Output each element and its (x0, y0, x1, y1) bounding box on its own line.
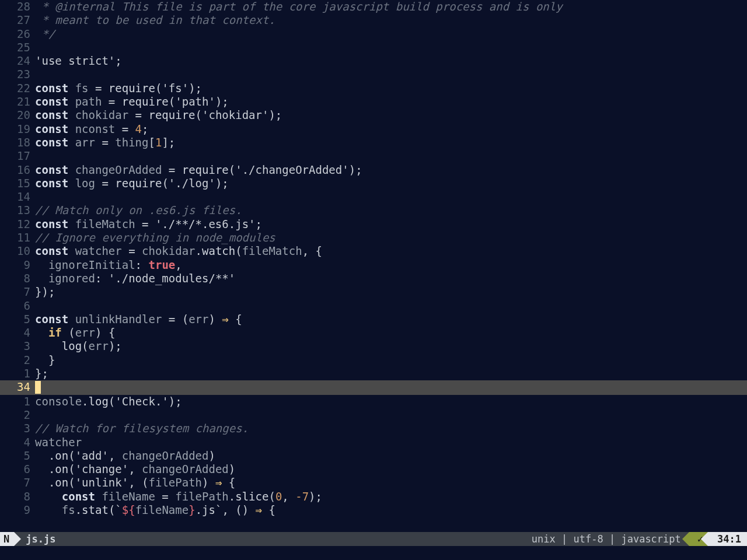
line-number: 24 (0, 54, 35, 68)
code-line[interactable]: 17 (0, 149, 747, 163)
code-line[interactable]: 3 log(err); (0, 340, 747, 353)
code-line[interactable]: 1console.log('Check.'); (0, 395, 747, 408)
code-line[interactable]: 13// Match only on .es6.js files. (0, 204, 747, 217)
line-number: 16 (0, 163, 35, 177)
code-line[interactable]: 26 */ (0, 27, 747, 41)
code-content: }; (35, 367, 747, 380)
line-number: 13 (0, 204, 35, 217)
code-area[interactable]: 28 * @internal This file is part of the … (0, 0, 747, 532)
line-number: 9 (0, 258, 35, 272)
code-content: log(err); (35, 340, 747, 353)
line-number: 5 (0, 449, 35, 463)
encoding: utf-8 (574, 533, 603, 545)
code-content: // Watch for filesystem changes. (35, 422, 747, 435)
code-content: const unlinkHandler = (err) ⇒ { (35, 313, 747, 326)
filetype: javascript (621, 533, 680, 545)
line-number: 21 (0, 95, 35, 108)
line-number: 15 (0, 177, 35, 190)
code-content: // Ignore everything in node_modules (35, 231, 747, 244)
code-line[interactable]: 11// Ignore everything in node_modules (0, 231, 747, 244)
statusbar: N js.js unix | utf-8 | javascript ✓ 34:1 (0, 532, 747, 546)
code-line[interactable]: 18const arr = thing[1]; (0, 136, 747, 149)
command-line[interactable] (0, 546, 747, 560)
code-line[interactable]: 6 (0, 299, 747, 313)
code-line[interactable]: 15const log = require('./log'); (0, 177, 747, 190)
code-line[interactable]: 27 * meant to be used in that context. (0, 13, 747, 27)
code-content: const fileMatch = './**/*.es6.js'; (35, 218, 747, 231)
code-line[interactable]: 7}); (0, 285, 747, 299)
code-content (35, 380, 747, 394)
code-content: }); (35, 285, 747, 299)
code-content (35, 190, 747, 204)
code-line[interactable]: 4watcher (0, 436, 747, 449)
code-content: const fs = require('fs'); (35, 82, 747, 95)
code-content: ignored: './node_modules/**' (35, 272, 747, 285)
code-content: const arr = thing[1]; (35, 136, 747, 149)
line-number: 26 (0, 27, 35, 41)
code-line[interactable]: 24'use strict'; (0, 54, 747, 68)
line-number: 6 (0, 463, 35, 476)
code-line[interactable]: 5const unlinkHandler = (err) ⇒ { (0, 313, 747, 326)
line-number: 1 (0, 395, 35, 408)
code-line[interactable]: 2 } (0, 354, 747, 367)
line-number: 19 (0, 123, 35, 136)
line-number: 4 (0, 326, 35, 340)
code-line[interactable]: 2 (0, 408, 747, 422)
code-line[interactable]: 28 * @internal This file is part of the … (0, 0, 747, 13)
code-line[interactable]: 6 .on('change', changeOrAdded) (0, 463, 747, 476)
code-line[interactable]: 3// Watch for filesystem changes. (0, 422, 747, 435)
line-number: 14 (0, 190, 35, 204)
line-number: 2 (0, 354, 35, 367)
code-line[interactable]: 16const changeOrAdded = require('./chang… (0, 163, 747, 177)
code-line[interactable]: 25 (0, 41, 747, 54)
code-content (35, 68, 747, 81)
code-line[interactable]: 20const chokidar = require('chokidar'); (0, 108, 747, 122)
line-number: 25 (0, 41, 35, 54)
line-number: 8 (0, 490, 35, 503)
code-content: fs.stat(`${fileName}.js`, () ⇒ { (35, 503, 747, 517)
statusbar-spacer (61, 532, 523, 546)
code-line[interactable]: 19const nconst = 4; (0, 123, 747, 136)
code-line[interactable]: 21const path = require('path'); (0, 95, 747, 108)
code-content: const nconst = 4; (35, 123, 747, 136)
line-number: 23 (0, 68, 35, 81)
line-number: 8 (0, 272, 35, 285)
code-content: const log = require('./log'); (35, 177, 747, 190)
code-line[interactable]: 1}; (0, 367, 747, 380)
line-number: 10 (0, 244, 35, 258)
code-content (35, 299, 747, 313)
code-line[interactable]: 9 ignoreInitial: true, (0, 258, 747, 272)
code-content: .on('add', changeOrAdded) (35, 449, 747, 463)
code-content: } (35, 354, 747, 367)
line-number: 20 (0, 108, 35, 122)
code-line[interactable]: 7 .on('unlink', (filePath) ⇒ { (0, 476, 747, 489)
code-line[interactable]: 22const fs = require('fs'); (0, 82, 747, 95)
line-number: 3 (0, 340, 35, 353)
code-content: // Match only on .es6.js files. (35, 204, 747, 217)
line-number: 22 (0, 82, 35, 95)
code-content (35, 408, 747, 422)
code-line[interactable]: 4 if (err) { (0, 326, 747, 340)
code-content: ignoreInitial: true, (35, 258, 747, 272)
code-content: if (err) { (35, 326, 747, 340)
code-line[interactable]: 10const watcher = chokidar.watch(fileMat… (0, 244, 747, 258)
code-line[interactable]: 23 (0, 68, 747, 81)
code-content: 'use strict'; (35, 54, 747, 68)
editor-root: 28 * @internal This file is part of the … (0, 0, 747, 560)
code-line[interactable]: 14 (0, 190, 747, 204)
code-content: */ (35, 27, 747, 41)
line-number: 34 (0, 380, 35, 394)
code-line[interactable]: 8 const fileName = filePath.slice(0, -7)… (0, 490, 747, 503)
code-line[interactable]: 8 ignored: './node_modules/**' (0, 272, 747, 285)
code-line-current[interactable]: 34 (0, 380, 747, 394)
code-content (35, 149, 747, 163)
code-line[interactable]: 9 fs.stat(`${fileName}.js`, () ⇒ { (0, 503, 747, 517)
line-number: 5 (0, 313, 35, 326)
code-line[interactable]: 5 .on('add', changeOrAdded) (0, 449, 747, 463)
line-number: 1 (0, 367, 35, 380)
code-content (35, 41, 747, 54)
code-line[interactable]: 12const fileMatch = './**/*.es6.js'; (0, 218, 747, 231)
line-number: 17 (0, 149, 35, 163)
code-content: .on('change', changeOrAdded) (35, 463, 747, 476)
line-number: 3 (0, 422, 35, 435)
